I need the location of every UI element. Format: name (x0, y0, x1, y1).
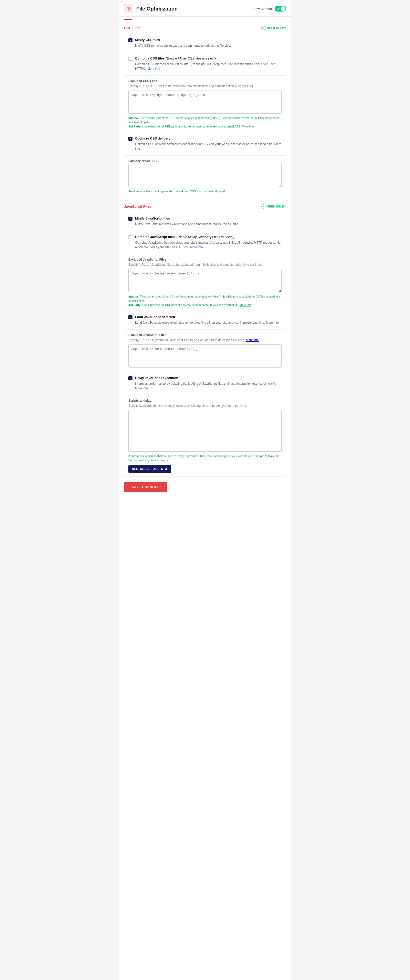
minify-js-row: Minify JavaScript files Minify JavaScrip… (124, 212, 286, 231)
css-section-title: CSS Files (124, 26, 141, 30)
page-title: File Optimization (136, 6, 177, 12)
fallback-css-more-info-link[interactable]: More info (214, 190, 226, 193)
delay-js-checkbox[interactable] (128, 376, 133, 380)
optimize-css-checkbox[interactable] (128, 137, 133, 141)
js-need-help-icon: ? (261, 204, 266, 208)
scripts-to-delay-desc: Specify keywords that can identify inlin… (128, 403, 282, 408)
show-sidebar-label: Show Sidebar (252, 7, 272, 11)
page-header: File Optimization Show Sidebar ON (119, 0, 291, 17)
header-right: Show Sidebar ON (252, 6, 286, 11)
restore-defaults-button[interactable]: RESTORE DEFAULTS ↺ (128, 465, 171, 473)
load-js-deferred-checkbox[interactable] (128, 315, 133, 319)
combine-css-header: Combine CSS files (Enable Minify CSS fil… (128, 56, 282, 61)
excluded-css-hint: Internal: The domain part of the URL wil… (128, 116, 282, 129)
combine-css-desc: Combine CSS merges all your files into 1… (135, 62, 282, 71)
delay-js-header: Delay JavaScript execution (128, 376, 282, 380)
save-changes-button[interactable]: SAVE CHANGES (124, 482, 167, 492)
minify-css-desc: Minify CSS removes whitespace and commen… (135, 43, 282, 48)
excluded-js-label: Excluded JavaScript Files (128, 258, 282, 261)
save-changes-wrapper: SAVE CHANGES (119, 477, 291, 497)
scripts-to-delay-textarea[interactable] (128, 410, 282, 452)
combine-js-header: Combine JavaScript files (Enable Minify … (128, 235, 282, 239)
excluded-js-defer-label: Excluded JavaScript Files (128, 333, 282, 337)
excluded-js-desc: Specify URLs of JavaScript files to be e… (128, 262, 282, 267)
scripts-to-delay-hint: A curated list of scripts that are safe … (128, 454, 282, 463)
delay-js-row: Delay JavaScript execution Improves perf… (124, 372, 286, 395)
minify-js-checkbox[interactable] (128, 217, 133, 221)
load-js-deferred-more-info-link[interactable]: More info (266, 321, 279, 325)
fallback-css-textarea[interactable] (128, 164, 282, 187)
js-files-section: JavaScript Files ? NEED HELP? Minify Jav… (124, 204, 286, 477)
css-need-help-button[interactable]: ? NEED HELP? (261, 26, 286, 30)
minify-css-checkbox[interactable] (128, 38, 133, 42)
excluded-css-textarea[interactable] (128, 91, 282, 114)
js-need-help-label: NEED HELP? (267, 205, 286, 208)
js-need-help-button[interactable]: ? NEED HELP? (261, 204, 286, 208)
combine-css-more-info-link[interactable]: More info (147, 67, 160, 70)
delay-js-label: Delay JavaScript execution (135, 376, 178, 380)
excluded-css-label: Excluded CSS Files (128, 79, 282, 83)
optimize-css-row: Optimize CSS delivery Optimize CSS deliv… (124, 132, 286, 156)
combine-js-desc: Combine JavaScript files combines your s… (135, 240, 282, 250)
restore-icon: ↺ (165, 467, 168, 471)
combine-css-label: Combine CSS files (Enable Minify CSS fil… (135, 56, 216, 60)
delay-js-desc: Improves performance by delaying the loa… (135, 381, 282, 391)
excluded-js-defer-desc: Specify URLs or keywords of JavaScript f… (128, 338, 282, 342)
excluded-css-sub-option: Excluded CSS Files Specify URLs of CSS f… (124, 75, 286, 132)
excluded-js-sub-option: Excluded JavaScript Files Specify URLs o… (124, 254, 286, 311)
js-section-header: JavaScript Files ? NEED HELP? (124, 204, 286, 208)
minify-css-label: Minify CSS files (135, 38, 160, 42)
load-js-deferred-desc: Load JavaScript deferred eliminates rend… (135, 320, 282, 325)
excluded-css-more-info-link[interactable]: More info (242, 125, 254, 128)
fallback-css-label: Fallback critical CSS (128, 159, 282, 163)
css-options-card: Minify CSS files Minify CSS removes whit… (124, 33, 286, 197)
app-logo (124, 4, 133, 13)
fallback-css-hint: Provides a fallback if auto-generated cr… (128, 189, 282, 194)
header-underline (124, 19, 132, 20)
minify-css-row: Minify CSS files Minify CSS removes whit… (124, 34, 286, 52)
minify-js-header: Minify JavaScript files (128, 216, 282, 221)
minify-js-desc: Minify JavaScript removes whitespace and… (135, 222, 282, 226)
excluded-js-defer-more-info-link[interactable]: More info (246, 338, 258, 342)
excluded-js-defer-textarea[interactable] (128, 344, 282, 368)
load-js-deferred-header: Load JavaScript deferred (128, 315, 282, 319)
optimize-css-label: Optimize CSS delivery (135, 137, 170, 140)
optimize-css-desc: Optimize CSS delivery eliminates render-… (135, 142, 282, 151)
combine-js-more-info-link[interactable]: More info (190, 245, 203, 249)
minify-js-label: Minify JavaScript files (135, 216, 170, 220)
excluded-css-desc: Specify URLs of CSS files to be excluded… (128, 84, 282, 89)
combine-css-checkbox[interactable] (128, 57, 133, 61)
css-need-help-label: NEED HELP? (267, 26, 286, 30)
need-help-icon: ? (261, 26, 266, 30)
excluded-js-defer-sub-option: Excluded JavaScript Files Specify URLs o… (124, 329, 286, 372)
header-left: File Optimization (124, 4, 177, 13)
combine-js-checkbox[interactable] (128, 235, 133, 239)
load-js-deferred-label: Load JavaScript deferred (135, 315, 175, 319)
combine-js-row: Combine JavaScript files (Enable Minify … (124, 231, 286, 254)
show-sidebar-toggle[interactable]: ON (275, 6, 286, 11)
excluded-js-hint: Internal: The domain part of the URL wil… (128, 294, 282, 307)
css-files-section: CSS Files ? NEED HELP? Minify CSS files … (124, 26, 286, 197)
excluded-js-more-info-link[interactable]: More info (240, 304, 252, 307)
combine-js-label: Combine JavaScript files (Enable Minify … (135, 235, 234, 239)
minify-css-header: Minify CSS files (128, 38, 282, 42)
toggle-on-label: ON (277, 8, 280, 10)
css-section-header: CSS Files ? NEED HELP? (124, 26, 286, 30)
combine-css-row: Combine CSS files (Enable Minify CSS fil… (124, 52, 286, 75)
scripts-to-delay-sub-option: Scripts to delay Specify keywords that c… (124, 395, 286, 477)
delay-js-more-info-link[interactable]: More info (135, 387, 148, 390)
load-js-deferred-row: Load JavaScript deferred Load JavaScript… (124, 311, 286, 329)
js-section-title: JavaScript Files (124, 204, 152, 208)
excluded-js-textarea[interactable] (128, 269, 282, 292)
js-options-card: Minify JavaScript files Minify JavaScrip… (124, 212, 286, 477)
optimize-css-header: Optimize CSS delivery (128, 137, 282, 141)
scripts-to-delay-label: Scripts to delay (128, 399, 282, 402)
fallback-css-sub-option: Fallback critical CSS Provides a fallbac… (124, 156, 286, 197)
